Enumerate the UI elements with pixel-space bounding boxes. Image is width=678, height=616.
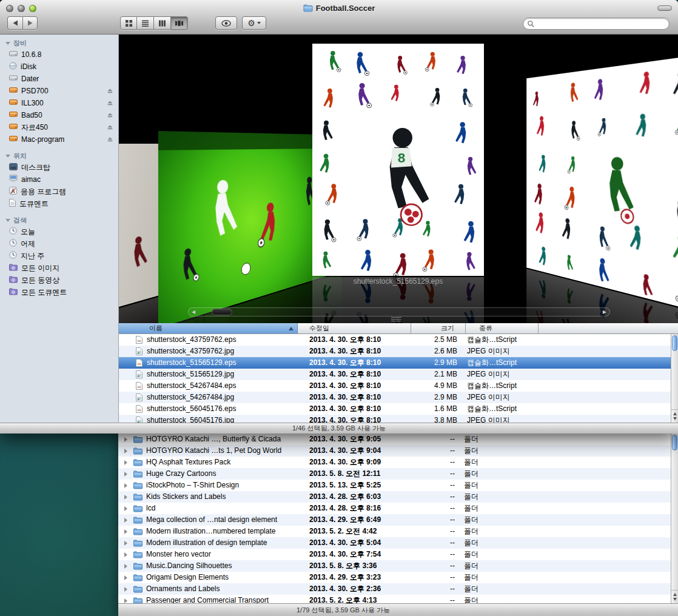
table-row[interactable]: shutterstock_56045176.eps2013. 4. 30. 오후…: [119, 403, 671, 415]
disclosure-triangle-icon[interactable]: [124, 449, 127, 454]
folder-list-scroll-thumb[interactable]: [672, 435, 677, 450]
icon-view-button[interactable]: [120, 16, 137, 30]
table-row[interactable]: HOTGYRO Katachi …, Butterfly & Cicada201…: [118, 434, 671, 445]
disclosure-triangle-icon[interactable]: [124, 506, 127, 511]
sidebar-item[interactable]: iDisk: [0, 61, 118, 73]
sidebar-item[interactable]: Mac-program: [0, 133, 118, 146]
coverflow-scroll-left-icon[interactable]: ◀: [192, 308, 195, 316]
disclosure-triangle-icon[interactable]: [124, 518, 127, 523]
sidebar-item[interactable]: 모든 동영상: [0, 274, 118, 286]
table-row[interactable]: Music.Dancing Silhouettes2013. 5. 8. 오후 …: [118, 560, 671, 572]
coverflow-scrollbar[interactable]: ◀ ▶: [188, 307, 610, 316]
coverflow-item-right[interactable]: [526, 53, 678, 315]
sidebar-item[interactable]: 데스크탑: [0, 161, 118, 173]
search-field[interactable]: [523, 18, 670, 30]
table-row[interactable]: shutterstock_51565129.jpg2013. 4. 30. 오후…: [119, 369, 671, 380]
eject-icon[interactable]: [107, 124, 113, 132]
folder-list-scroll-arrows[interactable]: [671, 590, 678, 603]
table-row[interactable]: shutterstock_54267484.jpg2013. 4. 30. 오후…: [119, 392, 671, 403]
disclosure-triangle-icon[interactable]: [124, 564, 127, 569]
coverflow-resize-grip[interactable]: [391, 317, 401, 323]
eject-icon[interactable]: [107, 112, 113, 120]
sidebar-item[interactable]: 자료450: [0, 121, 118, 133]
column-header-date[interactable]: 수정일: [298, 323, 411, 333]
disclosure-triangle-icon[interactable]: [124, 529, 127, 534]
file-list-scroll-arrows[interactable]: [671, 409, 678, 423]
sidebar-item[interactable]: 모든 도큐멘트: [0, 286, 118, 298]
coverflow-scroll-thumb[interactable]: [212, 309, 232, 315]
sidebar-item[interactable]: 응용 프로그램: [0, 186, 118, 198]
disclosure-triangle-icon[interactable]: [124, 598, 127, 603]
table-row[interactable]: shutterstock_54267484.eps2013. 4. 30. 오후…: [119, 380, 671, 392]
column-header-kind[interactable]: 종류: [466, 323, 539, 333]
disclosure-triangle-icon[interactable]: [124, 472, 127, 477]
column-header-size[interactable]: 크기: [411, 323, 466, 333]
table-row[interactable]: shutterstock_51565129.eps2013. 4. 30. 오후…: [119, 357, 671, 369]
disclosure-triangle-icon[interactable]: [124, 495, 127, 500]
sidebar-item[interactable]: 10.6.8: [0, 49, 118, 61]
scroll-down-icon[interactable]: [673, 417, 677, 420]
scroll-down-icon[interactable]: [673, 598, 677, 601]
finder-window-back[interactable]: HOTGYRO Katachi …, Butterfly & Cicada201…: [118, 434, 678, 616]
table-row[interactable]: shutterstock_43759762.eps2013. 4. 30. 오후…: [119, 334, 671, 346]
table-row[interactable]: Origami Design Elements2013. 4. 29. 오후 3…: [118, 572, 671, 583]
sidebar-item[interactable]: 도큐멘트: [0, 198, 118, 210]
file-list-scrollbar[interactable]: [671, 334, 678, 423]
eject-icon[interactable]: [107, 87, 113, 96]
sidebar-item[interactable]: PSD700: [0, 85, 118, 97]
action-menu-button[interactable]: ⚙: [242, 16, 266, 30]
list-view-button[interactable]: [137, 16, 154, 30]
sidebar-item[interactable]: aimac: [0, 173, 118, 186]
table-row[interactable]: shutterstock_43759762.jpg2013. 4. 30. 오후…: [119, 346, 671, 357]
eject-icon[interactable]: [107, 136, 113, 144]
table-row[interactable]: shutterstock_56045176.jpg2013. 4. 30. 오후…: [119, 415, 671, 423]
table-row[interactable]: Monster hero vector2013. 4. 30. 오후 7:54-…: [118, 549, 671, 560]
search-input[interactable]: [537, 19, 669, 28]
forward-button[interactable]: [22, 16, 38, 30]
eject-icon[interactable]: [107, 99, 113, 108]
sidebar-item[interactable]: ILL300: [0, 97, 118, 109]
sidebar-item[interactable]: Dater: [0, 73, 118, 85]
column-view-button[interactable]: [154, 16, 171, 30]
sidebar-item[interactable]: 지난 주: [0, 250, 118, 262]
sidebar-section-header[interactable]: 위치: [0, 151, 118, 161]
coverflow-view-button[interactable]: [171, 16, 188, 30]
disclosure-triangle-icon[interactable]: [5, 42, 10, 45]
table-row[interactable]: Modern illustration of design template20…: [118, 537, 671, 549]
scroll-up-icon[interactable]: [673, 412, 677, 415]
disclosure-triangle-icon[interactable]: [124, 437, 127, 442]
sidebar-item[interactable]: Bad50: [0, 109, 118, 121]
back-button[interactable]: [7, 16, 22, 30]
sidebar-item[interactable]: 오늘: [0, 226, 118, 238]
coverflow-item-selected[interactable]: 8 8: [312, 44, 484, 276]
folder-list-scrollbar[interactable]: [671, 434, 678, 603]
table-row[interactable]: Mega collection of …ntal design element2…: [118, 514, 671, 526]
table-row[interactable]: Passenger and Commercial Transport2013. …: [118, 595, 671, 603]
table-row[interactable]: Kids Stickers and Labels2013. 4. 28. 오후 …: [118, 491, 671, 503]
table-row[interactable]: Ornaments and Labels2013. 4. 30. 오후 2:36…: [118, 583, 671, 595]
coverflow-scroll-right-icon[interactable]: ▶: [603, 308, 606, 316]
scroll-up-icon[interactable]: [673, 593, 677, 596]
table-row[interactable]: Modern illustration…numbered template201…: [118, 526, 671, 537]
toolbar-toggle-button[interactable]: [657, 5, 672, 11]
disclosure-triangle-icon[interactable]: [124, 575, 127, 580]
column-header-name[interactable]: 이름: [119, 323, 298, 333]
disclosure-triangle-icon[interactable]: [5, 155, 10, 158]
disclosure-triangle-icon[interactable]: [5, 219, 10, 222]
disclosure-triangle-icon[interactable]: [124, 587, 127, 592]
file-list-scroll-thumb[interactable]: [672, 335, 677, 351]
disclosure-triangle-icon[interactable]: [124, 460, 127, 465]
table-row[interactable]: HQ Asphalt Textures Pack2013. 4. 30. 오후 …: [118, 457, 671, 468]
disclosure-triangle-icon[interactable]: [124, 541, 127, 546]
table-row[interactable]: lcd2013. 4. 28. 오후 8:16--폴더: [118, 503, 671, 514]
disclosure-triangle-icon[interactable]: [124, 483, 127, 488]
table-row[interactable]: Huge Crazy Cartoons2013. 5. 8. 오전 12:11-…: [118, 468, 671, 480]
table-row[interactable]: iStockPhoto – T-Shirt Design2013. 5. 13.…: [118, 480, 671, 491]
sidebar-section-header[interactable]: 장비: [0, 38, 118, 49]
table-row[interactable]: HOTGYRO Katachi …ts 1, Pet Dog World2013…: [118, 445, 671, 457]
sidebar-item[interactable]: 모든 이미지: [0, 262, 118, 274]
sidebar-section-header[interactable]: 검색: [0, 215, 118, 226]
quick-look-button[interactable]: [215, 16, 237, 30]
disclosure-triangle-icon[interactable]: [124, 552, 127, 557]
sidebar-item[interactable]: 어제: [0, 238, 118, 250]
